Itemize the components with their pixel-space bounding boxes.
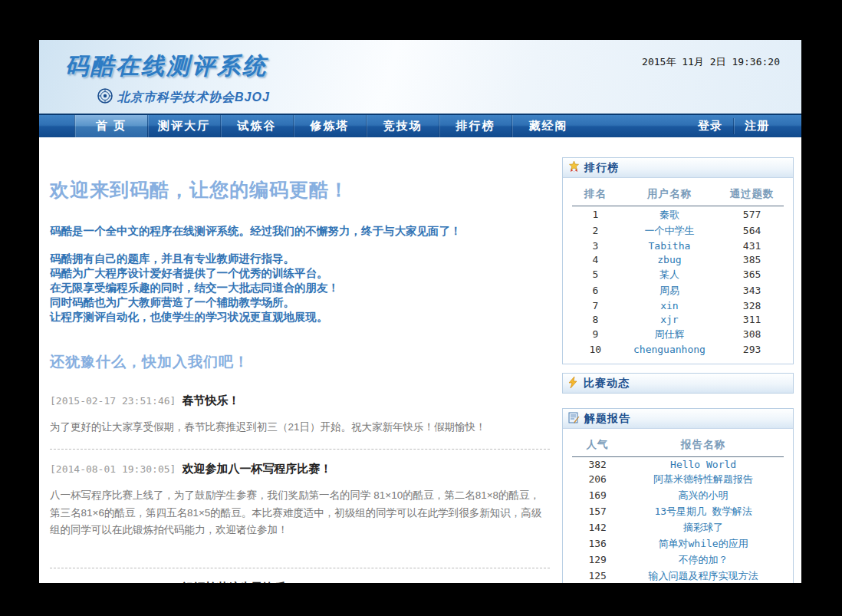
announcement-title[interactable]: 春节快乐！ <box>182 394 239 408</box>
nav-item-arena[interactable]: 竞技场 <box>366 115 439 137</box>
rank-value: 6 <box>572 282 619 298</box>
solved-count: 293 <box>720 342 784 356</box>
announcement-timestamp: [2014-03-16 19:34:12] <box>50 582 176 583</box>
nav-item-ranking[interactable]: 排行榜 <box>439 115 511 137</box>
report-link[interactable]: 阿基米德特性解题报告 <box>623 471 784 487</box>
reports-panel: 解题报告 人气 报告名称 382 Hello World <box>562 408 794 583</box>
rank-value: 2 <box>572 222 619 239</box>
username-link[interactable]: zbug <box>619 252 720 266</box>
views-count: 382 <box>572 457 623 472</box>
announcement-body: 八一杯写程序比赛上线了，为了鼓励学生参赛，我们奖励第一名的同学 81×10的酷豆… <box>50 487 550 539</box>
rank-value: 7 <box>572 298 619 312</box>
column-header-solved: 通过题数 <box>720 183 784 206</box>
site-header: 码酷在线测评系统 北京市科学技术协会BJOJ 2015年 11月 2日 19:3… <box>39 40 801 114</box>
nav-item-home[interactable]: 首 页 <box>74 115 147 137</box>
announcement-title[interactable]: 欢迎参加八一杯写程序比赛！ <box>182 462 331 476</box>
feature-line: 同时码酷也为广大教师营造了一个辅助教学场所。 <box>50 295 550 310</box>
solved-count: 308 <box>720 326 784 342</box>
views-count: 206 <box>572 471 623 487</box>
rank-value: 9 <box>572 326 619 342</box>
logo-title: 码酷在线测评系统 <box>65 51 270 82</box>
username-link[interactable]: 某人 <box>619 266 720 282</box>
table-row: 6 周易 343 <box>572 282 784 298</box>
rank-value: 8 <box>572 312 619 326</box>
table-row: 1 秦歌 577 <box>572 206 784 223</box>
table-row: 382 Hello World <box>572 457 784 472</box>
ranking-panel-header: 排行榜 <box>563 158 793 178</box>
medal-icon <box>568 161 580 175</box>
username-link[interactable]: 一个中学生 <box>619 222 720 239</box>
browser-page: 码酷在线测评系统 北京市科学技术协会BJOJ 2015年 11月 2日 19:3… <box>39 40 801 583</box>
main-nav: 首 页 测评大厅 试炼谷 修炼塔 竞技场 排行榜 藏经阁 登录 注册 <box>39 114 801 137</box>
report-link[interactable]: 高兴的小明 <box>623 487 784 503</box>
announcement-timestamp: [2015-02-17 23:51:46] <box>50 395 176 407</box>
logo-subtitle: 北京市科学技术协会BJOJ <box>117 90 270 106</box>
join-cta-heading: 还犹豫什么，快加入我们吧！ <box>50 352 550 372</box>
rank-value: 10 <box>572 342 619 356</box>
reports-panel-title: 解题报告 <box>584 412 630 426</box>
lightning-icon <box>568 377 579 390</box>
main-content: 欢迎来到码酷，让您的编码更酷！ 码酷是一个全中文的程序在线测评系统。经过我们的不… <box>50 137 550 583</box>
nav-item-library[interactable]: 藏经阁 <box>511 115 584 137</box>
table-row: 4 zbug 385 <box>572 252 784 266</box>
announcement-title[interactable]: 祝福棉花糖生日快乐！ <box>182 581 297 583</box>
views-count: 136 <box>572 535 623 552</box>
report-link[interactable]: 简单对while的应用 <box>623 535 784 552</box>
username-link[interactable]: 秦歌 <box>619 206 720 223</box>
feature-line: 码酷拥有自己的题库，并且有专业教师进行指导。 <box>50 252 550 266</box>
reports-table: 人气 报告名称 382 Hello World 206 阿基米德特性解题报告 <box>572 434 784 583</box>
announcement-body: 为了更好的让大家享受假期，春节比赛推迟到初三（21日）开始。祝大家新年快乐！假期… <box>50 419 550 436</box>
table-row: 7 xin 328 <box>572 298 784 312</box>
solved-count: 343 <box>720 282 784 298</box>
solved-count: 577 <box>720 206 784 223</box>
username-link[interactable]: chenguanhong <box>619 342 720 356</box>
nav-item-judge-hall[interactable]: 测评大厅 <box>147 115 220 137</box>
ranking-panel: 排行榜 排名 用户名称 通过题数 1 秦歌 <box>562 157 794 364</box>
site-logo[interactable]: 码酷在线测评系统 北京市科学技术协会BJOJ <box>65 51 270 107</box>
feature-line: 码酷为广大程序设计爱好者提供了一个优秀的训练平台。 <box>50 266 550 281</box>
username-link[interactable]: xin <box>619 298 720 312</box>
contest-panel: 比赛动态 <box>562 373 794 394</box>
username-link[interactable]: 周仕辉 <box>619 326 720 342</box>
nav-auth-group: 登录 注册 <box>687 115 780 137</box>
table-row: 2 一个中学生 564 <box>572 222 784 239</box>
register-button[interactable]: 注册 <box>734 115 780 137</box>
solved-count: 365 <box>720 266 784 282</box>
announcement-item: [2014-03-16 19:34:12] 祝福棉花糖生日快乐！ 蛋糕很好吃啊，… <box>50 581 550 583</box>
announcement-timestamp: [2014-08-01 19:30:05] <box>50 463 176 475</box>
username-link[interactable]: Tabitha <box>619 239 720 252</box>
sidebar: 排行榜 排名 用户名称 通过题数 1 秦歌 <box>562 137 794 583</box>
table-row: 157 13号星期几 数学解法 <box>572 503 784 519</box>
login-button[interactable]: 登录 <box>687 115 733 137</box>
column-header-report-name: 报告名称 <box>623 434 784 457</box>
column-header-username: 用户名称 <box>619 183 720 206</box>
username-link[interactable]: xjr <box>619 312 720 326</box>
current-datetime: 2015年 11月 2日 19:36:20 <box>642 55 780 69</box>
table-row: 206 阿基米德特性解题报告 <box>572 471 784 487</box>
solved-count: 564 <box>720 222 784 239</box>
report-link[interactable]: 摘彩球了 <box>623 519 784 535</box>
feature-line: 在无限享受编程乐趣的同时，结交一大批志同道合的朋友！ <box>50 281 550 295</box>
column-header-views: 人气 <box>572 434 623 457</box>
rank-value: 1 <box>572 206 619 223</box>
reports-panel-header: 解题报告 <box>563 409 793 429</box>
table-row: 125 输入问题及程序实现方法 <box>572 568 784 583</box>
nav-item-training-tower[interactable]: 修炼塔 <box>293 115 366 137</box>
ranking-panel-title: 排行榜 <box>584 161 619 175</box>
rank-value: 4 <box>572 252 619 266</box>
report-link[interactable]: Hello World <box>623 457 784 472</box>
table-row: 10 chenguanhong 293 <box>572 342 784 356</box>
report-link[interactable]: 13号星期几 数学解法 <box>623 503 784 519</box>
dashed-divider <box>50 568 550 568</box>
nav-item-trial-valley[interactable]: 试炼谷 <box>220 115 293 137</box>
report-link[interactable]: 输入问题及程序实现方法 <box>623 568 784 583</box>
report-icon <box>568 412 580 426</box>
solved-count: 385 <box>720 252 784 266</box>
report-link[interactable]: 不停的加？ <box>623 552 784 568</box>
feature-line: 让程序测评自动化，也使学生的学习状况更直观地展现。 <box>50 310 550 324</box>
announcement-list: [2015-02-17 23:51:46] 春节快乐！ 为了更好的让大家享受假期… <box>50 394 550 583</box>
rank-value: 3 <box>572 239 619 252</box>
ranking-table: 排名 用户名称 通过题数 1 秦歌 577 2 一个中学 <box>572 183 784 356</box>
dashed-divider <box>50 449 550 450</box>
username-link[interactable]: 周易 <box>619 282 720 298</box>
